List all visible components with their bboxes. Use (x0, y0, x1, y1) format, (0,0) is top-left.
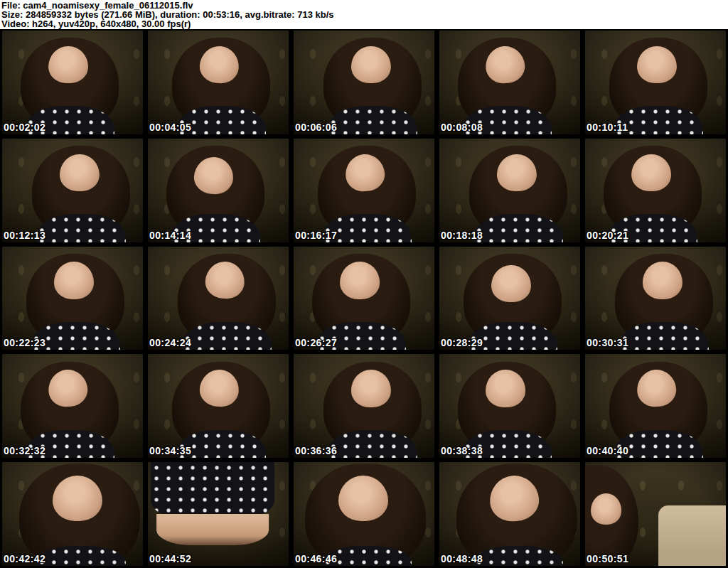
figure-silhouette (585, 462, 720, 566)
face-shape (637, 46, 676, 83)
video-thumbnail: 00:06:06 (294, 31, 434, 134)
video-thumbnail: 00:28:29 (439, 247, 580, 350)
figure-silhouette (2, 247, 143, 350)
figure-silhouette (148, 31, 289, 134)
video-thumbnail: 00:40:40 (585, 354, 726, 458)
timestamp-overlay: 00:30:31 (587, 337, 628, 348)
timestamp-overlay: 00:24:24 (149, 337, 191, 348)
video-thumbnail: 00:22:23 (2, 247, 143, 350)
face-shape (643, 262, 682, 299)
figure-silhouette (8, 462, 143, 566)
timestamp-overlay: 00:34:35 (149, 445, 191, 456)
face-shape (48, 46, 87, 83)
face-shape (60, 154, 99, 191)
figure-silhouette (2, 31, 137, 134)
timestamp-overlay: 00:26:27 (295, 337, 337, 348)
video-thumbnail: 00:18:18 (439, 139, 580, 242)
figure-silhouette (2, 354, 137, 458)
figure-silhouette (148, 462, 283, 566)
video-thumbnail: 00:26:27 (294, 247, 434, 350)
video-thumbnail: 00:50:51 (585, 462, 726, 566)
timestamp-overlay: 00:28:29 (441, 337, 483, 348)
figure-silhouette (294, 247, 429, 350)
video-thumbnail: 00:20:21 (585, 139, 726, 242)
polka-dot-top (151, 462, 274, 516)
face-shape (486, 370, 525, 407)
video-thumbnail: 00:34:35 (148, 354, 289, 458)
timestamp-overlay: 00:08:08 (441, 122, 483, 133)
timestamp-overlay: 00:04:05 (149, 122, 191, 133)
figure-silhouette (445, 139, 580, 242)
figure-silhouette (439, 31, 574, 134)
figure-silhouette (591, 247, 726, 350)
timestamp-overlay: 00:10:11 (587, 122, 628, 133)
figure-silhouette (439, 247, 580, 350)
face-shape (497, 154, 536, 191)
face-shape (491, 265, 530, 302)
figure-silhouette (439, 354, 574, 458)
video-thumbnail: 00:42:42 (2, 462, 143, 566)
thumbnail-grid: 00:02:02 00:04:05 00:06:06 00:08:08 (0, 29, 728, 568)
face-shape (591, 493, 622, 525)
timestamp-overlay: 00:18:18 (441, 230, 483, 241)
video-contact-sheet: File: cam4_noamisexy_female_06112015.flv… (0, 0, 728, 568)
timestamp-overlay: 00:20:21 (587, 230, 628, 241)
video-thumbnail: 00:30:31 (585, 247, 726, 350)
timestamp-overlay: 00:44:52 (149, 553, 191, 564)
timestamp-overlay: 00:16:17 (295, 230, 337, 241)
face-shape (338, 476, 387, 521)
video-thumbnail: 00:24:24 (148, 247, 289, 350)
face-shape (340, 262, 379, 299)
video-thumbnail: 00:10:11 (585, 31, 726, 134)
figure-silhouette (585, 31, 726, 134)
timestamp-overlay: 00:46:46 (295, 553, 337, 564)
video-thumbnail: 00:44:52 (148, 462, 289, 566)
video-thumbnail: 00:04:05 (148, 31, 289, 134)
video-thumbnail: 00:32:32 (2, 354, 143, 458)
video-thumbnail: 00:02:02 (2, 31, 143, 134)
figure-silhouette (148, 139, 283, 242)
timestamp-overlay: 00:50:51 (587, 553, 628, 564)
face-shape (54, 262, 93, 299)
timestamp-overlay: 00:32:32 (4, 445, 46, 456)
timestamp-overlay: 00:38:38 (441, 445, 483, 456)
face-shape (351, 370, 390, 407)
video-thumbnail: 00:08:08 (439, 31, 580, 134)
video-thumbnail: 00:48:48 (439, 462, 580, 566)
figure-silhouette (294, 462, 434, 566)
figure-silhouette (299, 354, 434, 458)
figure-silhouette (154, 247, 289, 350)
video-codec-line: Video: h264, yuv420p, 640x480, 30.00 fps… (1, 19, 728, 28)
timestamp-overlay: 00:12:13 (4, 230, 46, 241)
video-thumbnail: 00:36:36 (294, 354, 434, 458)
timestamp-overlay: 00:36:36 (295, 445, 337, 456)
face-shape (351, 46, 390, 83)
figure-silhouette (585, 354, 726, 458)
timestamp-overlay: 00:40:40 (587, 445, 628, 456)
timestamp-overlay: 00:14:14 (149, 230, 191, 241)
file-info-header: File: cam4_noamisexy_female_06112015.flv… (0, 0, 728, 29)
timestamp-overlay: 00:02:02 (4, 122, 46, 133)
video-thumbnail: 00:46:46 (294, 462, 434, 566)
figure-silhouette (445, 462, 580, 566)
video-thumbnail: 00:14:14 (148, 139, 289, 242)
video-thumbnail: 00:38:38 (439, 354, 580, 458)
figure-silhouette (8, 139, 143, 242)
face-shape (53, 476, 102, 521)
figure-silhouette (585, 139, 720, 242)
video-thumbnail: 00:16:17 (294, 139, 434, 242)
figure-silhouette (294, 139, 434, 242)
video-thumbnail: 00:12:13 (2, 139, 143, 242)
timestamp-overlay: 00:42:42 (4, 553, 46, 564)
timestamp-overlay: 00:22:23 (4, 337, 46, 348)
timestamp-overlay: 00:48:48 (441, 553, 483, 564)
timestamp-overlay: 00:06:06 (295, 122, 337, 133)
figure-silhouette (148, 354, 289, 458)
face-shape (631, 154, 670, 191)
figure-silhouette (299, 31, 434, 134)
